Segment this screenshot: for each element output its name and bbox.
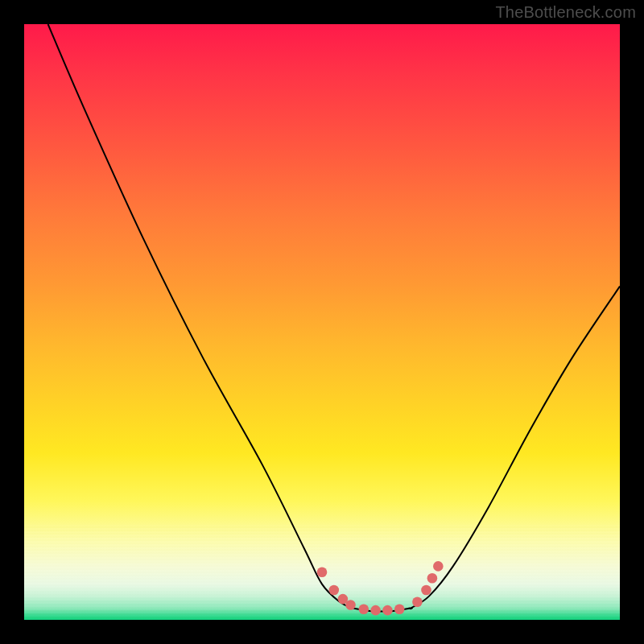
curve-marker: [359, 604, 369, 614]
curve-marker: [427, 573, 438, 584]
curve-marker: [317, 568, 328, 578]
curve-marker: [345, 600, 356, 610]
curve-marker: [382, 605, 393, 616]
bottleneck-curve: [24, 24, 620, 620]
curve-marker: [329, 585, 340, 596]
outer-frame: TheBottleneck.com: [0, 0, 644, 644]
watermark-text: TheBottleneck.com: [495, 3, 636, 22]
curve-marker: [370, 605, 381, 616]
curve-marker: [421, 585, 431, 596]
curve-marker: [412, 597, 423, 608]
curve-marker: [433, 561, 444, 572]
plot-area: [24, 24, 620, 620]
curve-marker: [394, 604, 405, 614]
v-curve: [48, 24, 620, 611]
